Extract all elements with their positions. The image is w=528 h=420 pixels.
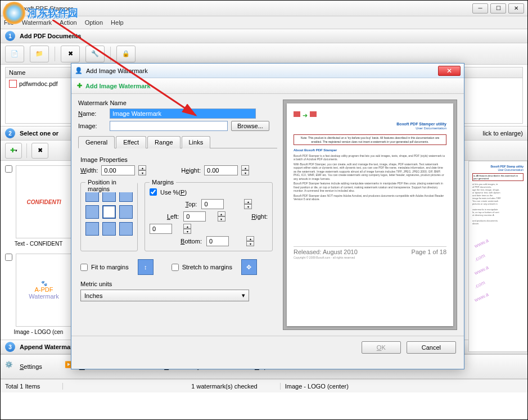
stretch-checkbox[interactable] [172,264,179,271]
name-input[interactable] [110,109,256,119]
apdf-logo-icon: 🐾A-PDFWatermark [29,281,58,300]
metric-combo[interactable]: Inches ▾ [80,290,249,301]
remove-icon: ✖ [68,50,73,57]
height-down[interactable]: ▾ [241,170,249,175]
ok-button[interactable]: OK [362,341,401,354]
watermark-checkbox[interactable] [5,165,12,173]
left-input[interactable]: 0 [183,211,206,222]
dialog-close-button[interactable]: ✕ [438,66,461,76]
side-note: is. All features described in this water… [472,173,524,181]
right-input[interactable]: 0 [150,224,172,234]
pos-bl[interactable] [85,222,99,236]
tab-links[interactable]: Links [182,136,211,148]
add-file-button[interactable]: 📄 [5,46,24,62]
pos-br[interactable] [119,222,133,236]
position-title: Position in margins [85,179,137,192]
step2-number: 2 [5,128,15,138]
metric-label: Metric units [80,281,275,287]
preview-subtitle: User Documentation [294,127,446,131]
watermark-thumbnail[interactable]: 🐾A-PDFWatermark [16,254,72,327]
dialog-icon: 👤 [75,67,83,74]
step1-title: Add PDF Documents [20,33,81,39]
right-up[interactable]: ▴ [183,224,191,229]
toolbar-separator [26,143,27,158]
preview-p2: With Boxoft PDF Stamper, you can create,… [294,162,446,181]
minimize-button[interactable]: ─ [472,3,488,13]
bottom-up[interactable]: ▴ [246,236,254,241]
cancel-button[interactable]: Cancel [407,341,456,354]
step2-title: Select one or [20,130,58,137]
bottom-input[interactable]: 0 [206,236,229,246]
pos-mr[interactable] [119,205,133,219]
watermark-checkbox[interactable] [5,254,12,261]
preview-panel: ➜ Boxoft PDF Stamper utility User Docume… [283,100,457,330]
plus-icon: ✚ [10,147,15,154]
watermark-label: Text - CONFIDENT [5,241,72,247]
add-folder-button[interactable]: 📁 [30,46,49,62]
pos-mc[interactable] [102,205,116,219]
bottom-down[interactable]: ▾ [246,241,254,246]
watermark-item[interactable]: 🐾A-PDFWatermark Image - LOGO (cen [5,254,72,335]
height-input[interactable]: 0.00 [204,165,238,175]
side-sub: User Documentation [472,168,524,171]
top-input[interactable]: 0 [201,199,224,209]
remove-button[interactable]: ✖ [61,46,80,62]
fit-label: Fit to margins [91,264,129,270]
tab-general[interactable]: General [78,136,115,148]
pos-bc[interactable] [102,222,116,236]
margins-title: Margins [150,179,176,186]
top-up[interactable]: ▴ [244,199,252,204]
tools-button[interactable]: 🔧 [85,46,105,62]
logo-text: 河东软件园 [28,6,78,20]
lock-button[interactable]: 🔒 [116,46,136,62]
width-up[interactable]: ▴ [138,165,146,170]
lock-icon: 🔒 [122,50,130,57]
watermark-thumbnail[interactable]: CONFIDENTI [16,165,72,238]
preview-p1: Boxoft PDF Stamper is a fast desktop uti… [294,154,446,161]
position-grid [85,188,133,236]
delete-watermark-button[interactable]: ✖ [31,143,48,159]
step1-header: 1 Add PDF Documents [1,29,527,43]
add-file-icon: 📄 [11,50,19,57]
delete-icon: ✖ [38,147,43,154]
dialog-subtitle-bar: ✚ Add Image Watermark [71,78,464,94]
left-down[interactable]: ▾ [218,216,225,222]
width-down[interactable]: ▾ [138,170,146,175]
dialog-footer: OK Cancel [71,336,464,358]
right-down[interactable]: ▾ [183,229,191,234]
preview-note: Note: This product is distributed on a '… [294,134,446,145]
tab-effect[interactable]: Effect [116,136,146,148]
add-watermark-button[interactable]: ✚▾ [5,143,22,159]
file-name: pdfwmdoc.pdf [19,80,57,87]
fit-checkbox[interactable] [80,264,88,271]
pos-ml[interactable] [85,205,99,219]
height-up[interactable]: ▴ [241,165,249,170]
use-pct-checkbox[interactable] [150,188,157,196]
dialog-titlebar: 👤 Add Image Watermark ✕ [71,64,464,78]
image-properties-label: Image Properties [80,156,275,163]
add-folder-icon: 📁 [35,50,43,57]
fit-icon-button[interactable]: ↕ [138,259,154,275]
width-input[interactable]: 0.00 [101,165,135,175]
left-up[interactable]: ▴ [218,211,225,216]
menu-option[interactable]: Option [85,19,103,26]
close-button[interactable]: ✕ [508,3,524,13]
bottom-label: Bottom: [168,238,202,245]
image-input[interactable] [110,121,228,131]
left-label: Left: [150,213,179,220]
menu-help[interactable]: Help [111,19,124,26]
metric-value: Inches [84,292,102,299]
step3-number: 3 [5,342,15,352]
gear-icon: ⚙️ [5,361,16,372]
maximize-button[interactable]: ☐ [490,3,506,13]
settings-button[interactable]: ⚙️ SSettingsettings [5,361,42,372]
top-down[interactable]: ▾ [244,204,252,209]
step1-number: 1 [5,31,15,41]
logo-icon [3,2,25,24]
browse-button[interactable]: Browse... [231,121,269,131]
tabs: General Effect Range Links [78,136,277,148]
preview-title: Boxoft PDF Stamper utility [294,121,446,127]
tab-range[interactable]: Range [147,136,180,148]
watermark-item[interactable]: CONFIDENTI Text - CONFIDENT [5,165,72,247]
stretch-icon-button[interactable]: ✥ [241,259,257,275]
